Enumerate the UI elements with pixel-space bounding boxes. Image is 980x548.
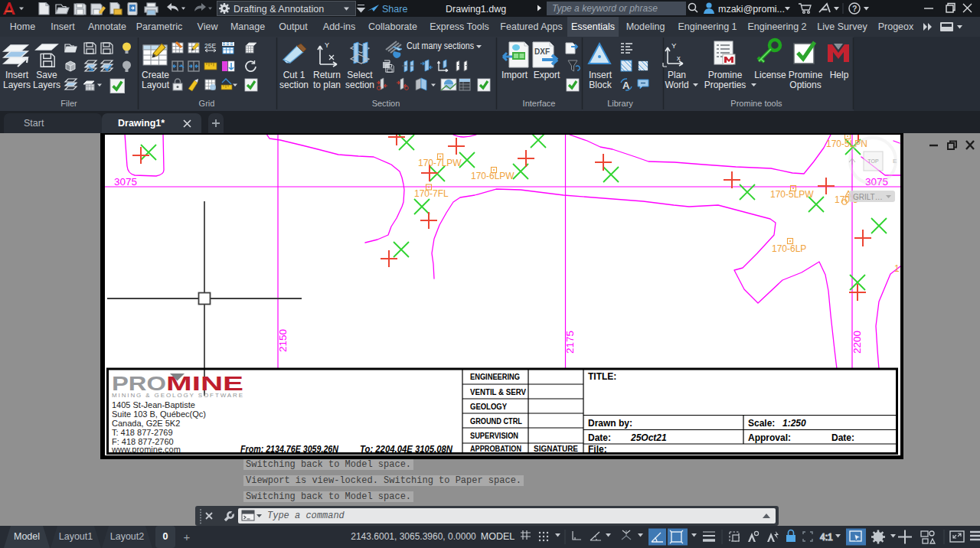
svg-text:APPROBATION: APPROBATION	[470, 444, 521, 453]
svg-text:2200: 2200	[851, 331, 863, 354]
svg-text:4:1: 4:1	[820, 532, 833, 543]
svg-text:VENTIL & SERV: VENTIL & SERV	[470, 387, 526, 396]
svg-text:Date:: Date:	[588, 432, 611, 443]
svg-text:Drafting & Annotation: Drafting & Annotation	[234, 4, 324, 15]
svg-text:Options: Options	[789, 80, 821, 90]
svg-text:170-6LP: 170-6LP	[772, 243, 806, 254]
svg-text:Suite 103 B, Québec(Qc): Suite 103 B, Québec(Qc)	[112, 409, 206, 419]
svg-text:TOP: TOP	[867, 158, 879, 164]
svg-text:Y: Y	[671, 41, 677, 50]
svg-text:mzaki@promi...: mzaki@promi...	[718, 4, 785, 15]
svg-text:Cut many sections: Cut many sections	[407, 41, 474, 51]
svg-text:Section: Section	[372, 99, 400, 108]
svg-text:2150: 2150	[277, 329, 289, 352]
svg-text:Import: Import	[501, 70, 528, 80]
svg-text:Plan: Plan	[668, 70, 686, 80]
svg-text:Drawn by:: Drawn by:	[588, 418, 632, 429]
svg-text:DXF: DXF	[534, 47, 550, 56]
svg-text:Y: Y	[325, 41, 329, 49]
svg-text:Block: Block	[589, 80, 612, 90]
svg-text:Share: Share	[382, 4, 407, 15]
svg-text:Properties: Properties	[704, 80, 746, 90]
svg-text:to plan: to plan	[313, 80, 341, 90]
svg-text:SUPERVISION: SUPERVISION	[470, 431, 518, 440]
svg-text:TITLE:: TITLE:	[588, 371, 616, 382]
svg-text:2175: 2175	[564, 331, 576, 354]
svg-text:File:: File:	[588, 444, 607, 455]
svg-text:25Oct21: 25Oct21	[630, 432, 667, 443]
svg-text:1:250: 1:250	[782, 418, 806, 429]
svg-text:GROUND CTRL: GROUND CTRL	[470, 416, 522, 426]
svg-text:License: License	[754, 70, 786, 80]
svg-text:Approval:: Approval:	[748, 432, 791, 443]
svg-text:Create: Create	[142, 70, 169, 80]
svg-text:Filer: Filer	[60, 99, 77, 108]
svg-text:World: World	[665, 80, 688, 90]
svg-text:Layers: Layers	[33, 80, 60, 90]
svg-text:x: x	[677, 54, 681, 62]
svg-text:1: 1	[894, 263, 900, 274]
svg-text:www.promine.com: www.promine.com	[111, 445, 181, 454]
svg-text:Promine: Promine	[708, 70, 743, 80]
svg-text:T: 418 877-2769: T: 418 877-2769	[112, 428, 173, 437]
svg-text:Layers: Layers	[3, 80, 31, 90]
svg-text:Drawing1.dwg: Drawing1.dwg	[446, 4, 506, 15]
svg-text:Return: Return	[313, 70, 341, 80]
svg-text:Help: Help	[830, 70, 849, 80]
svg-text:From: 2134.76E 3059.26N: From: 2134.76E 3059.26N	[240, 444, 339, 455]
svg-text:?: ?	[852, 4, 857, 13]
svg-text:Grid: Grid	[199, 99, 215, 108]
svg-text:GEOLOGY: GEOLOGY	[470, 402, 507, 411]
svg-text:Date:: Date:	[831, 432, 854, 443]
svg-text:Select: Select	[347, 70, 373, 80]
svg-text:Scale:: Scale:	[748, 418, 775, 429]
svg-text:3075: 3075	[114, 176, 137, 188]
svg-text:Layout: Layout	[142, 80, 170, 90]
svg-text:Promine: Promine	[789, 70, 823, 80]
svg-text:Interface: Interface	[523, 99, 556, 108]
svg-text:section: section	[345, 80, 374, 90]
svg-text:Library: Library	[607, 99, 633, 108]
svg-text:E: E	[893, 158, 897, 165]
svg-text:25E: 25E	[204, 42, 216, 50]
svg-text:ENGINEERING: ENGINEERING	[470, 372, 520, 381]
svg-text:Export: Export	[534, 70, 560, 80]
svg-text:Promine tools: Promine tools	[730, 99, 782, 108]
svg-text:section: section	[279, 80, 309, 90]
svg-text:GRILT…: GRILT…	[853, 193, 883, 201]
svg-text:To: 2204.04E 3105.08N: To: 2204.04E 3105.08N	[360, 444, 453, 455]
svg-text:Cut 1: Cut 1	[283, 70, 305, 80]
svg-text:Insert: Insert	[5, 70, 29, 80]
svg-text:Canada, G2E 5K2: Canada, G2E 5K2	[112, 419, 180, 428]
svg-text:SIGNATURE: SIGNATURE	[534, 444, 578, 453]
svg-text:1405 St-Jean-Baptiste: 1405 St-Jean-Baptiste	[112, 400, 195, 409]
svg-text:MINING & GEOLOGY SOFTWARE: MINING & GEOLOGY SOFTWARE	[112, 392, 243, 399]
svg-text:170-6LPW: 170-6LPW	[471, 171, 514, 181]
svg-text:Insert: Insert	[589, 70, 612, 80]
svg-text:Save: Save	[36, 70, 57, 80]
